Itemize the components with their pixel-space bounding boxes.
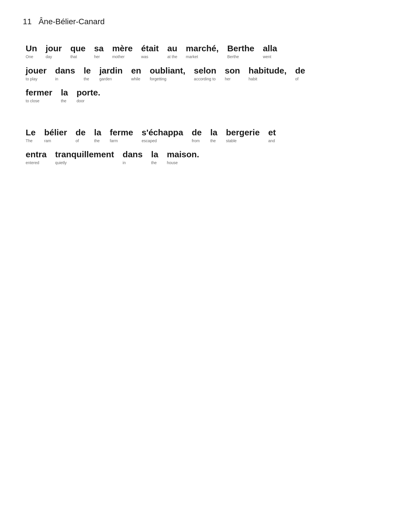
french-word: dans xyxy=(123,149,143,160)
english-translation: went xyxy=(263,54,271,60)
english-translation: while xyxy=(131,76,140,82)
word-pair: habitude,habit xyxy=(249,66,287,82)
english-translation: forgetting xyxy=(150,76,166,82)
word-pair: lethe xyxy=(84,66,91,82)
french-word: la xyxy=(210,127,217,138)
english-translation: and xyxy=(268,138,275,144)
word-pair: bergeriestable xyxy=(226,127,259,144)
french-word: sa xyxy=(94,43,103,54)
english-translation: in xyxy=(55,76,58,82)
word-pair: jardingarden xyxy=(99,66,123,82)
french-word: ferme xyxy=(110,127,133,138)
french-word: jour xyxy=(46,43,62,54)
english-translation: the xyxy=(84,76,89,82)
word-pair: maison.house xyxy=(167,149,199,166)
french-word: tranquillement xyxy=(55,149,114,160)
french-word: au xyxy=(167,43,177,54)
french-word: bélier xyxy=(44,127,67,138)
english-translation: quietly xyxy=(55,160,66,166)
french-word: Le xyxy=(26,127,36,138)
word-pair: marché,market xyxy=(186,43,219,60)
word-pair: LeThe xyxy=(26,127,36,144)
english-translation: that xyxy=(70,54,77,60)
english-translation: the xyxy=(151,160,157,166)
word-pair: lathe xyxy=(210,127,217,144)
english-translation: the xyxy=(61,98,66,104)
french-word: bergerie xyxy=(226,127,259,138)
french-word: jouer xyxy=(26,66,46,76)
english-translation: escaped xyxy=(142,138,157,144)
french-word: marché, xyxy=(186,43,219,54)
word-line-1-2: jouerto playdansinlethejardingardenenwhi… xyxy=(26,66,389,85)
english-translation: door xyxy=(76,98,84,104)
word-pair: dansin xyxy=(123,149,143,166)
word-pair: BertheBerthe xyxy=(227,43,254,60)
word-pair: oubliant,forgetting xyxy=(150,66,185,82)
english-translation: day xyxy=(46,54,52,60)
word-pair: fermerto close xyxy=(26,87,52,104)
english-translation: stable xyxy=(226,138,236,144)
french-word: oubliant, xyxy=(150,66,185,76)
word-pair: defrom xyxy=(192,127,202,144)
word-pair: deof xyxy=(76,127,86,144)
french-word: dans xyxy=(55,66,75,76)
english-translation: entered xyxy=(26,160,39,166)
word-pair: jourday xyxy=(46,43,62,60)
english-translation: from xyxy=(192,138,200,144)
french-word: alla xyxy=(263,43,277,54)
word-pair: lathe xyxy=(94,127,101,144)
word-pair: auat the xyxy=(167,43,177,60)
sentence-block-1: UnOnejourdayquethatsahermèremotherétaitw… xyxy=(26,43,389,107)
english-translation: the xyxy=(210,138,216,144)
word-pair: jouerto play xyxy=(26,66,46,82)
french-word: fermer xyxy=(26,87,52,98)
english-translation: garden xyxy=(99,76,112,82)
page-number: 11 xyxy=(23,17,32,26)
english-translation: mother xyxy=(112,54,125,60)
english-translation: her xyxy=(225,76,230,82)
french-word: en xyxy=(131,66,141,76)
word-pair: étaitwas xyxy=(141,43,159,60)
english-translation: house xyxy=(167,160,178,166)
word-pair: sonher xyxy=(225,66,240,82)
word-line-1-3: fermerto closelatheporte.door xyxy=(26,87,389,107)
word-pair: bélierram xyxy=(44,127,67,144)
english-translation: market xyxy=(186,54,198,60)
french-word: la xyxy=(94,127,101,138)
english-translation: ram xyxy=(44,138,51,144)
word-pair: selonaccording to xyxy=(194,66,216,82)
page-title: Âne-Bélier-Canard xyxy=(38,17,105,26)
english-translation: was xyxy=(141,54,148,60)
french-word: porte. xyxy=(76,87,100,98)
word-pair: mèremother xyxy=(112,43,133,60)
word-pair: tranquillementquietly xyxy=(55,149,114,166)
french-word: de xyxy=(192,127,202,138)
word-pair: porte.door xyxy=(76,87,100,104)
french-word: le xyxy=(84,66,91,76)
word-pair: enwhile xyxy=(131,66,141,82)
word-pair: saher xyxy=(94,43,103,60)
english-translation: habit xyxy=(249,76,257,82)
word-pair: deof xyxy=(295,66,305,82)
word-line-2-2: entraenteredtranquillementquietlydansinl… xyxy=(26,149,389,169)
french-word: était xyxy=(141,43,159,54)
english-translation: farm xyxy=(110,138,118,144)
word-pair: lathe xyxy=(151,149,158,166)
english-translation: to close xyxy=(26,98,39,104)
french-word: que xyxy=(70,43,86,54)
english-translation: to play xyxy=(26,76,37,82)
word-pair: etand xyxy=(268,127,276,144)
english-translation: at the xyxy=(167,54,177,60)
french-word: selon xyxy=(194,66,216,76)
french-word: habitude, xyxy=(249,66,287,76)
word-pair: lathe xyxy=(61,87,68,104)
english-translation: according to xyxy=(194,76,216,82)
english-translation: One xyxy=(26,54,33,60)
english-translation: Berthe xyxy=(227,54,239,60)
french-word: Berthe xyxy=(227,43,254,54)
word-pair: dansin xyxy=(55,66,75,82)
english-translation: of xyxy=(295,76,299,82)
word-pair: quethat xyxy=(70,43,86,60)
page-header: 11 Âne-Bélier-Canard xyxy=(23,17,389,26)
french-word: de xyxy=(295,66,305,76)
